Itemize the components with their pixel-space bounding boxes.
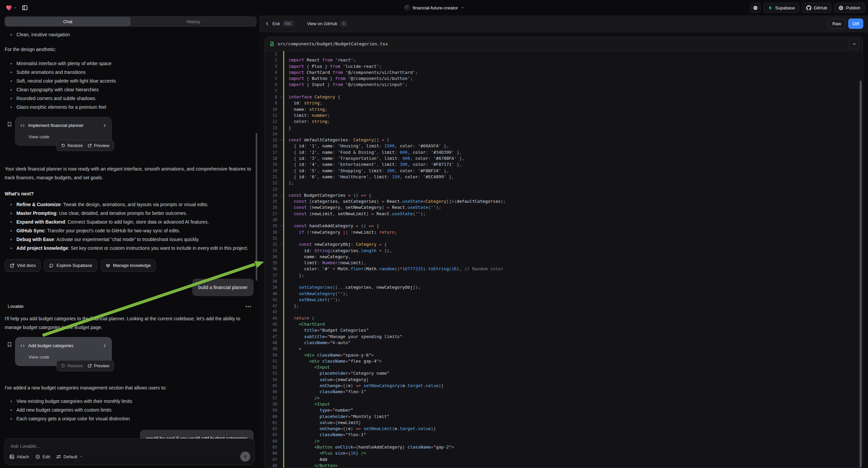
code-text <box>284 235 288 241</box>
fold-marker-empty <box>279 248 283 254</box>
line-number: 31 <box>265 235 279 241</box>
fold-marker-empty <box>279 57 283 63</box>
action-chips: Visit docsExplore SupabaseManage knowled… <box>5 259 254 272</box>
preview-label: Preview <box>94 141 110 150</box>
line-number: 22 <box>265 180 279 186</box>
edit-button[interactable]: Edit <box>35 454 50 459</box>
code-line: 39 setCategories([...categories, newCate… <box>265 284 863 290</box>
fold-marker-empty <box>279 395 283 401</box>
tab-chat[interactable]: Chat <box>5 17 130 26</box>
code-line: 52 <Input <box>265 364 863 370</box>
chat-input-placeholder: Ask Lovable... <box>11 443 249 449</box>
send-button[interactable] <box>240 451 250 462</box>
list-item-text: Rounded corners and subtle shadows <box>17 94 95 103</box>
github-button[interactable]: GitHub <box>802 3 831 13</box>
publish-label: Publish <box>846 5 860 10</box>
version-card-row: Implement financial plannerView codeRest… <box>5 117 254 151</box>
code-line: 16 { id: '1', name: 'Housing', limit: 15… <box>265 143 863 149</box>
lovable-logo-button[interactable] <box>5 4 17 11</box>
github-label: GitHub <box>814 5 827 10</box>
code-line: 48 className="h-auto" <box>265 340 863 346</box>
restore-button[interactable]: Restore <box>61 361 83 370</box>
fold-marker-empty <box>279 217 283 223</box>
manage-knowledge-button[interactable]: Manage knowledge <box>101 259 156 272</box>
code-line: 40 setNewCategory(''); <box>265 291 863 297</box>
code-line: 28 <box>265 217 863 223</box>
code-text: return ( <box>284 315 314 321</box>
code-line: 65 <Button onClick={handleAddCategory} c… <box>265 444 863 450</box>
view-on-github-button[interactable]: View on GitHub <box>307 21 337 26</box>
code-line: 30 if (!newCategory || !newLimit) return… <box>265 229 863 235</box>
line-number: 25 <box>265 198 279 204</box>
version-card[interactable]: Add budget categoriesView codeRestorePre… <box>15 337 112 366</box>
file-card: src/components/budget/BudgetCategories.t… <box>265 37 863 468</box>
code-line: 24const BudgetCategories = () => { <box>265 193 863 198</box>
diff-button[interactable]: Diff <box>848 19 863 29</box>
chat-input[interactable]: Ask Lovable... Attach Edit Default <box>4 438 255 465</box>
code-text: setCategories([...categories, newCategor… <box>284 284 421 290</box>
line-number: 41 <box>265 297 279 303</box>
line-number: 59 <box>265 407 279 413</box>
more-options-button[interactable]: ••• <box>245 302 254 311</box>
code-text: const [newCategory, setNewCategory] = Re… <box>284 204 441 210</box>
line-number: 29 <box>265 223 279 229</box>
code-line: 56 className="flex-1" <box>265 389 863 395</box>
version-card-header[interactable]: Implement financial planner <box>20 121 107 130</box>
collapse-button[interactable] <box>849 39 859 49</box>
chat-scrollbar[interactable] <box>256 133 257 281</box>
line-number: 5 <box>265 76 279 82</box>
line-number: 7 <box>265 88 279 94</box>
fold-marker-empty <box>279 125 283 131</box>
supabase-button[interactable]: Supabase <box>763 3 799 13</box>
settings-button[interactable] <box>750 3 761 13</box>
code-line: 46 title="Budget Categories" <box>265 327 863 333</box>
bullet-icon <box>10 221 12 223</box>
chevron-left-icon[interactable] <box>265 22 270 26</box>
chat-paragraph: I'll help you add budget categories to t… <box>5 314 254 332</box>
code-line: 50 <div className="space-y-6"> <box>265 352 863 358</box>
raw-button[interactable]: Raw <box>828 19 845 29</box>
fold-marker-empty <box>279 113 283 118</box>
bullet-icon <box>10 98 12 99</box>
restore-button[interactable]: Restore <box>61 141 83 150</box>
fold-marker-empty <box>279 444 283 450</box>
tab-history[interactable]: History <box>130 17 256 26</box>
explore-supabase-button[interactable]: Explore Supabase <box>44 259 97 272</box>
list-item-text: Soft, neutral color palette with light b… <box>17 77 116 85</box>
fold-marker-empty <box>279 211 283 217</box>
line-number: 18 <box>265 155 279 162</box>
fold-marker-icon <box>279 94 283 100</box>
version-card[interactable]: Implement financial plannerView codeRest… <box>15 117 112 146</box>
code-line: 34 name: newCategory, <box>265 254 863 260</box>
version-card-header[interactable]: Add budget categories <box>20 342 107 350</box>
line-number: 51 <box>265 358 279 364</box>
sidebar-toggle-button[interactable] <box>20 3 30 12</box>
gear-icon <box>753 5 758 10</box>
bullet-icon <box>10 63 12 64</box>
bullet-icon <box>10 89 12 91</box>
code-text: ]; <box>284 180 293 186</box>
code-text: const BudgetCategories = () => { <box>284 193 371 198</box>
file-header[interactable]: src/components/budget/BudgetCategories.t… <box>265 37 863 51</box>
list-item: Rounded corners and subtle shadows <box>5 94 254 103</box>
code-line: 51 <div className="flex gap-4"> <box>265 358 863 364</box>
line-number: 35 <box>265 260 279 266</box>
fold-marker-empty <box>279 346 283 352</box>
fold-marker-empty <box>279 266 283 272</box>
visit-docs-button[interactable]: Visit docs <box>5 259 40 272</box>
attach-button[interactable]: Attach <box>9 454 29 459</box>
bullet-icon <box>10 230 12 232</box>
exit-button[interactable]: Exit <box>273 21 280 26</box>
line-number: 4 <box>265 69 279 76</box>
project-selector[interactable]: financial-future-creator <box>404 0 464 16</box>
fold-marker-empty <box>279 315 283 321</box>
code-scrollbar[interactable] <box>860 81 862 468</box>
chip-label: Visit docs <box>17 261 36 270</box>
mode-select[interactable]: Default <box>56 454 83 459</box>
line-number: 60 <box>265 414 279 420</box>
code-text: color: string; <box>284 118 330 124</box>
preview-button[interactable]: Preview <box>88 141 110 150</box>
publish-button[interactable]: Publish <box>834 3 865 13</box>
line-number: 38 <box>265 278 279 284</box>
preview-button[interactable]: Preview <box>88 361 110 370</box>
